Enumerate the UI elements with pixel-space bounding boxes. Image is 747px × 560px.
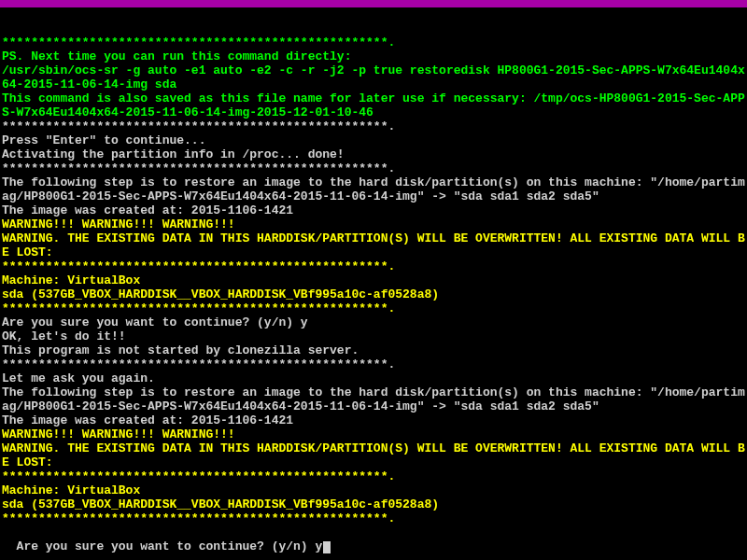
terminal-line: This command is also saved as this file … bbox=[2, 91, 745, 119]
terminal-line: WARNING. THE EXISTING DATA IN THIS HARDD… bbox=[2, 231, 745, 259]
terminal-line: The following step is to restore an imag… bbox=[2, 175, 745, 203]
terminal-line: WARNING. THE EXISTING DATA IN THIS HARDD… bbox=[2, 441, 745, 469]
terminal-line: Are you sure you want to continue? (y/n)… bbox=[2, 315, 745, 329]
prompt-input: y bbox=[315, 539, 322, 553]
terminal-line: The image was created at: 2015-1106-1421 bbox=[2, 203, 745, 217]
terminal-line: The image was created at: 2015-1106-1421 bbox=[2, 413, 745, 427]
terminal-line: sda (537GB_VBOX_HARDDISK__VBOX_HARDDISK_… bbox=[2, 287, 745, 301]
terminal-line: ****************************************… bbox=[2, 161, 745, 175]
confirm-prompt: Are you sure you want to continue? (y/n)… bbox=[17, 539, 331, 553]
terminal-line: Machine: VirtualBox bbox=[2, 483, 745, 497]
terminal-line: WARNING!!! WARNING!!! WARNING!!! bbox=[2, 427, 745, 441]
window-titlebar bbox=[0, 0, 747, 7]
terminal-line: OK, let's do it!! bbox=[2, 329, 745, 343]
terminal-line: ****************************************… bbox=[2, 357, 745, 371]
terminal-line: ****************************************… bbox=[2, 469, 745, 483]
terminal-line: /usr/sbin/ocs-sr -g auto -e1 auto -e2 -c… bbox=[2, 63, 745, 91]
terminal-line: WARNING!!! WARNING!!! WARNING!!! bbox=[2, 217, 745, 231]
terminal-line: This program is not started by clonezill… bbox=[2, 343, 745, 357]
terminal-line: sda (537GB_VBOX_HARDDISK__VBOX_HARDDISK_… bbox=[2, 497, 745, 511]
terminal-line: PS. Next time you can run this command d… bbox=[2, 49, 745, 63]
terminal-line: Let me ask you again. bbox=[2, 371, 745, 385]
terminal-line: ****************************************… bbox=[2, 119, 745, 133]
cursor-icon bbox=[323, 541, 331, 553]
terminal-line: ****************************************… bbox=[2, 259, 745, 273]
prompt-text: Are you sure you want to continue? (y/n) bbox=[17, 539, 316, 553]
terminal-line: ****************************************… bbox=[2, 35, 745, 49]
terminal-line: ****************************************… bbox=[2, 511, 745, 525]
terminal-line: Machine: VirtualBox bbox=[2, 273, 745, 287]
terminal-line: Activating the partition info in /proc..… bbox=[2, 147, 745, 161]
terminal-line: Press "Enter" to continue... bbox=[2, 133, 745, 147]
terminal-line: ****************************************… bbox=[2, 301, 745, 315]
terminal-output[interactable]: ****************************************… bbox=[0, 7, 747, 553]
terminal-line: The following step is to restore an imag… bbox=[2, 385, 745, 413]
